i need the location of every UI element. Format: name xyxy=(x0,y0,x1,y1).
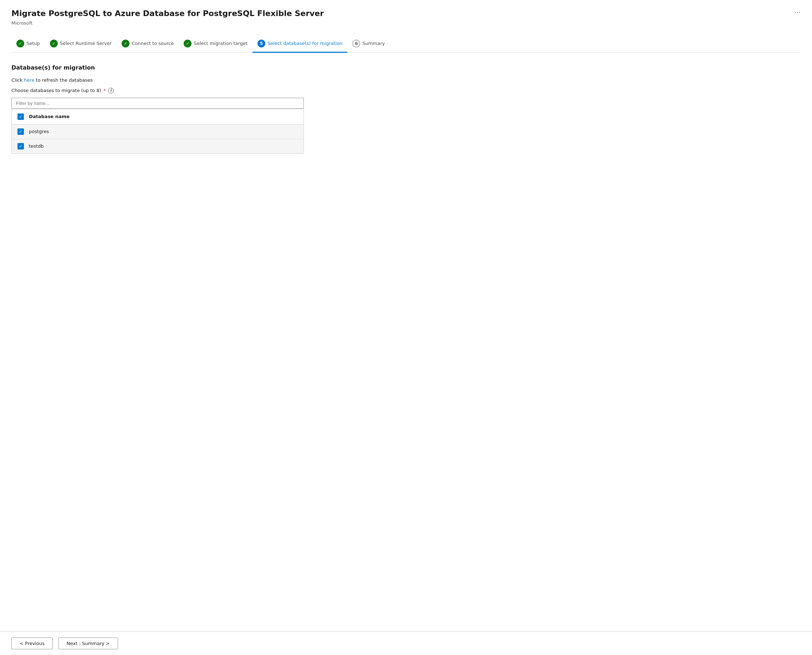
checkbox-postgres[interactable]: ✓ xyxy=(17,128,24,135)
refresh-link[interactable]: here xyxy=(24,77,34,83)
filter-input[interactable] xyxy=(11,98,304,109)
next-button[interactable]: Next : Summary > xyxy=(58,638,118,649)
steps-nav: ✓ Setup ✓ Select Runtime Server ✓ Connec… xyxy=(11,36,801,53)
database-table: ✓ Database name ✓ postgres ✓ testdb xyxy=(11,109,304,154)
step-runtime-label: Select Runtime Server xyxy=(60,41,112,46)
step-select-databases-label: Select database(s) for migration xyxy=(267,41,342,46)
page-subtitle: Microsoft xyxy=(11,20,324,26)
filter-and-table: ✓ Database name ✓ postgres ✓ testdb xyxy=(11,98,304,154)
step-summary-icon: 6 xyxy=(352,40,360,48)
step-connect-source-icon: ✓ xyxy=(121,40,129,48)
refresh-text: Click here to refresh the databases xyxy=(11,77,801,83)
previous-button[interactable]: < Previous xyxy=(11,638,53,649)
info-icon[interactable]: i xyxy=(108,88,114,94)
table-header: ✓ Database name xyxy=(12,109,304,125)
step-runtime-icon: ✓ xyxy=(50,40,58,48)
step-setup-icon: ✓ xyxy=(16,40,24,48)
step-migration-target[interactable]: ✓ Select migration target xyxy=(179,36,252,53)
step-migration-target-label: Select migration target xyxy=(193,41,247,46)
table-row: ✓ testdb xyxy=(12,139,304,154)
step-runtime[interactable]: ✓ Select Runtime Server xyxy=(45,36,117,53)
checkbox-testdb[interactable]: ✓ xyxy=(17,143,24,149)
section-title: Database(s) for migration xyxy=(11,64,801,71)
required-indicator: * xyxy=(103,88,106,94)
step-setup[interactable]: ✓ Setup xyxy=(11,36,45,53)
table-row: ✓ postgres xyxy=(12,125,304,139)
step-setup-label: Setup xyxy=(26,41,40,46)
select-all-checkbox[interactable]: ✓ xyxy=(17,114,24,120)
step-connect-source-label: Connect to source xyxy=(132,41,173,46)
more-options-icon[interactable]: ··· xyxy=(795,9,801,16)
choose-label: Choose databases to migrate (up to 8) * … xyxy=(11,88,801,94)
db-name-postgres: postgres xyxy=(29,129,49,134)
step-summary-label: Summary xyxy=(362,41,385,46)
step-connect-source[interactable]: ✓ Connect to source xyxy=(117,36,179,53)
page-title: Migrate PostgreSQL to Azure Database for… xyxy=(11,9,324,19)
db-name-testdb: testdb xyxy=(29,143,43,149)
db-column-header: Database name xyxy=(29,114,69,119)
step-select-databases-icon: 5 xyxy=(258,40,265,48)
footer-bar: < Previous Next : Summary > xyxy=(0,632,812,655)
step-select-databases[interactable]: 5 Select database(s) for migration xyxy=(252,36,347,53)
step-summary[interactable]: 6 Summary xyxy=(347,36,390,53)
step-migration-target-icon: ✓ xyxy=(184,40,192,48)
